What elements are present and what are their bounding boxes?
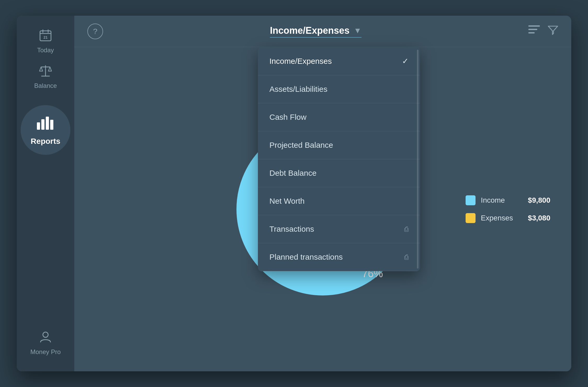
dropdown-item-income-expenses-label: Income/Expenses — [269, 57, 332, 66]
transactions-share: ⎙ — [404, 225, 409, 233]
sidebar-bottom: Money Pro — [28, 325, 63, 371]
sidebar-item-reports-label: Reports — [31, 137, 60, 146]
income-legend-value: $9,800 — [528, 196, 550, 204]
dropdown-item-assets-liabilities[interactable]: Assets/Liabilities — [258, 75, 420, 103]
sidebar-item-today-label: Today — [37, 47, 54, 54]
calendar-icon: 21 — [39, 29, 52, 44]
svg-point-12 — [43, 332, 48, 337]
svg-text:21: 21 — [43, 35, 48, 39]
dropdown-item-transactions[interactable]: Transactions ⎙ — [258, 215, 420, 243]
dropdown-item-debt-balance[interactable]: Debt Balance — [258, 159, 420, 187]
dropdown-item-net-worth-label: Net Worth — [269, 197, 305, 206]
user-icon — [39, 331, 52, 346]
svg-rect-8 — [37, 122, 40, 130]
income-color-swatch — [466, 195, 476, 205]
expenses-color-swatch — [466, 213, 476, 223]
report-type-label: Income/Expenses — [270, 25, 349, 36]
sidebar-item-balance[interactable]: Balance — [17, 59, 74, 95]
expenses-legend-value: $3,080 — [528, 214, 550, 222]
svg-rect-9 — [41, 119, 44, 130]
legend-item-expenses: Expenses $3,080 — [466, 213, 550, 223]
sidebar-item-today[interactable]: 21 Today — [17, 24, 74, 59]
sidebar: 21 Today Balance — [17, 16, 74, 371]
svg-rect-15 — [528, 32, 535, 33]
svg-rect-13 — [528, 25, 540, 27]
balance-icon — [39, 64, 52, 80]
help-button[interactable]: ? — [87, 24, 103, 39]
dropdown-item-planned-transactions-label: Planned transactions — [269, 253, 343, 261]
dropdown-item-cash-flow[interactable]: Cash Flow — [258, 103, 420, 131]
share-icon-planned-transactions[interactable]: ⎙ — [404, 253, 409, 261]
income-legend-name: Income — [481, 196, 517, 204]
dropdown-item-assets-liabilities-label: Assets/Liabilities — [269, 85, 327, 94]
svg-rect-11 — [50, 120, 53, 130]
dropdown-item-planned-transactions[interactable]: Planned transactions ⎙ — [258, 243, 420, 271]
dropdown-item-cash-flow-label: Cash Flow — [269, 113, 307, 122]
dropdown-scrollbar — [417, 50, 419, 269]
dropdown-item-projected-balance[interactable]: Projected Balance — [258, 131, 420, 159]
dropdown-item-income-expenses[interactable]: Income/Expenses ✓ — [258, 47, 420, 75]
sidebar-item-money-pro-label: Money Pro — [30, 348, 61, 356]
filter-button[interactable] — [548, 25, 558, 37]
reports-icon — [36, 115, 55, 134]
report-type-dropdown: Income/Expenses ✓ Assets/Liabilities Cas… — [258, 47, 420, 271]
help-icon: ? — [93, 27, 98, 36]
header: ? Income/Expenses ▼ — [74, 16, 571, 47]
report-type-selector[interactable]: Income/Expenses ▼ — [270, 25, 361, 38]
dropdown-item-debt-balance-label: Debt Balance — [269, 169, 316, 178]
checkmark-icon: ✓ — [402, 56, 409, 66]
dropdown-item-projected-balance-label: Projected Balance — [269, 141, 333, 150]
expenses-legend-name: Expenses — [481, 214, 517, 222]
sidebar-item-balance-label: Balance — [34, 82, 57, 89]
main-content: ? Income/Expenses ▼ — [74, 16, 571, 371]
svg-rect-14 — [528, 29, 537, 30]
svg-rect-10 — [46, 117, 49, 130]
sidebar-item-money-pro[interactable]: Money Pro — [28, 325, 63, 361]
sidebar-item-reports[interactable]: Reports — [21, 105, 70, 155]
list-view-button[interactable] — [528, 25, 540, 37]
chevron-down-icon: ▼ — [354, 26, 361, 35]
planned-transactions-share: ⎙ — [404, 253, 409, 261]
dropdown-item-transactions-label: Transactions — [269, 225, 314, 234]
app-window: 21 Today Balance — [17, 16, 571, 371]
header-actions — [528, 25, 558, 37]
dropdown-item-income-expenses-check: ✓ — [402, 56, 409, 66]
legend-item-income: Income $9,800 — [466, 195, 550, 205]
share-icon-transactions[interactable]: ⎙ — [404, 225, 409, 233]
chart-legend: Income $9,800 Expenses $3,080 — [466, 195, 550, 223]
dropdown-item-net-worth[interactable]: Net Worth — [258, 187, 420, 215]
